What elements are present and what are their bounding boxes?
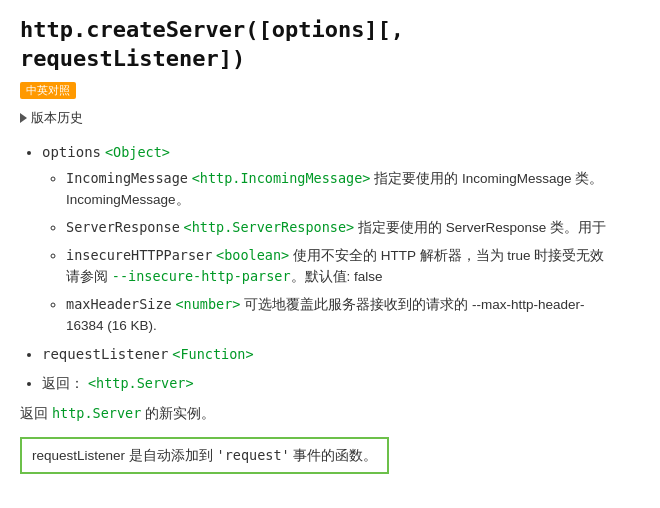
server-response-desc: 指定要使用的 ServerResponse 类。用于 xyxy=(358,220,606,235)
highlight-box: requestListener 是自动添加到 'request' 事件的函数。 xyxy=(20,437,389,474)
version-history-label: 版本历史 xyxy=(31,109,83,127)
http-server-link[interactable]: http.Server xyxy=(52,405,141,421)
max-header-name: maxHeaderSize xyxy=(66,296,172,312)
incoming-message-desc-after: IncomingMessage。 xyxy=(66,192,190,207)
highlight-code: 'request' xyxy=(217,447,290,463)
incoming-message-desc-before: 指定要使用的 IncomingMessage 类。 xyxy=(374,171,603,186)
description-prefix: 返回 xyxy=(20,405,52,421)
sub-params-list: IncomingMessage <http.IncomingMessage> 指… xyxy=(42,168,640,337)
insecure-http-type[interactable]: <boolean> xyxy=(216,247,289,263)
request-listener-label: requestListener xyxy=(42,346,168,362)
insecure-http-name: insecureHTTPParser xyxy=(66,247,212,263)
insecure-http-desc3: 。默认值: false xyxy=(291,269,383,284)
highlight-text2: 事件的函数。 xyxy=(290,448,378,463)
max-header-desc2: 16384 (16 KB). xyxy=(66,318,157,333)
sub-param-server-response: ServerResponse <http.ServerResponse> 指定要… xyxy=(66,217,640,239)
options-param: options <Object> IncomingMessage <http.I… xyxy=(42,141,640,337)
description-suffix: 的新实例。 xyxy=(141,405,215,421)
page-title: http.createServer([options][, requestLis… xyxy=(20,16,640,73)
highlight-text: requestListener 是自动添加到 xyxy=(32,448,217,463)
cn-en-badge[interactable]: 中英对照 xyxy=(20,82,76,99)
sub-param-max-header: maxHeaderSize <number> 可选地覆盖此服务器接收到的请求的 … xyxy=(66,294,640,337)
max-header-desc: 可选地覆盖此服务器接收到的请求的 --max-http-header- xyxy=(244,297,584,312)
returns-label: 返回： xyxy=(42,375,84,391)
incoming-message-name: IncomingMessage xyxy=(66,170,188,186)
insecure-http-desc: 使用不安全的 HTTP 解析器，当为 true 时接受无效 xyxy=(293,248,604,263)
server-response-name: ServerResponse xyxy=(66,219,180,235)
options-type-link[interactable]: <Object> xyxy=(105,144,170,160)
request-listener-param: requestListener <Function> xyxy=(42,343,640,366)
options-label: options xyxy=(42,144,101,160)
incoming-message-type[interactable]: <http.IncomingMessage> xyxy=(192,170,371,186)
version-history-toggle[interactable]: 版本历史 xyxy=(20,109,640,127)
returns-item: 返回： <http.Server> xyxy=(42,372,640,395)
insecure-http-link[interactable]: --insecure-http-parser xyxy=(112,268,291,284)
server-response-type[interactable]: <http.ServerResponse> xyxy=(184,219,355,235)
params-list: options <Object> IncomingMessage <http.I… xyxy=(20,141,640,394)
triangle-icon xyxy=(20,113,27,123)
insecure-http-desc2: 请参阅 xyxy=(66,269,112,284)
max-header-type[interactable]: <number> xyxy=(175,296,240,312)
sub-param-insecure-http: insecureHTTPParser <boolean> 使用不安全的 HTTP… xyxy=(66,245,640,288)
returns-type-link[interactable]: <http.Server> xyxy=(88,375,194,391)
sub-param-incoming-message: IncomingMessage <http.IncomingMessage> 指… xyxy=(66,168,640,211)
description: 返回 http.Server 的新实例。 xyxy=(20,402,640,425)
request-listener-type[interactable]: <Function> xyxy=(172,346,253,362)
